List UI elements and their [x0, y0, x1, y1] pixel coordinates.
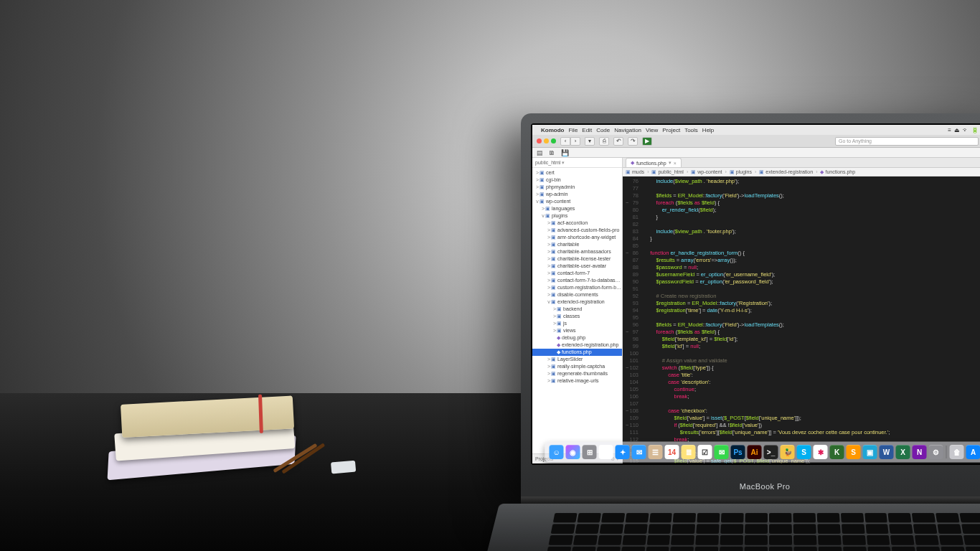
breadcrumb-wp-content[interactable]: ▣wp-content — [691, 169, 722, 175]
tree-node-cgi-bin[interactable]: >▣cgi-bin — [532, 176, 622, 184]
sidebar-root-selector[interactable]: public_html▾ — [532, 158, 622, 168]
code-area[interactable]: include($view_path . 'header.php'); $fie… — [643, 176, 980, 463]
dock-safari-icon[interactable]: ✦ — [616, 445, 630, 459]
go-to-anything-search[interactable]: Go to Anything — [835, 137, 979, 146]
laptop-brand-label: MacBook Pro — [521, 482, 980, 491]
tree-node-extended-registration-php[interactable]: ◆extended-registration.php — [532, 342, 622, 349]
tree-node-js[interactable]: >▣js — [532, 320, 622, 327]
nav-forward-button[interactable]: › — [570, 137, 580, 146]
window-traffic-lights[interactable] — [537, 138, 556, 143]
history-dropdown-button[interactable]: ▾ — [585, 137, 595, 146]
tree-node-cert[interactable]: >▣cert — [532, 169, 622, 176]
breadcrumb-muds[interactable]: ▣muds — [626, 169, 644, 175]
dock-illustrator-icon[interactable]: Ai — [748, 445, 762, 459]
fullscreen-window-icon[interactable] — [551, 138, 556, 143]
tree-node-charitable-license-tester[interactable]: >▣charitable-license-tester — [532, 255, 622, 263]
tab-functions-php[interactable]: ◆ functions.php ▾ × — [626, 158, 682, 167]
dock-chrome-icon[interactable]: ◐ — [599, 445, 613, 459]
tree-node-acf-accordion[interactable]: >▣acf-accordion — [532, 220, 622, 227]
tree-node-contact-form-7[interactable]: >▣contact-form-7 — [532, 270, 622, 277]
dock-messages-icon[interactable]: ✉ — [715, 445, 729, 459]
open-file-icon[interactable]: 🗎 — [549, 149, 555, 156]
tree-node-functions-php[interactable]: ◆functions.php — [532, 349, 622, 356]
breadcrumb-functions-php[interactable]: ◆functions.php — [820, 169, 855, 175]
chevron-down-icon[interactable]: ▾ — [669, 160, 672, 166]
dock-word-icon[interactable]: W — [880, 445, 894, 459]
tree-node-contact-form-7-to-database-extension[interactable]: >▣contact-form-7-to-database-extension — [532, 277, 622, 284]
tree-node-wp-content[interactable]: v▣wp-content — [532, 198, 622, 205]
tree-node-extended-registration[interactable]: v▣extended-registration — [532, 298, 622, 306]
tree-node-disable-comments[interactable]: >▣disable-comments — [532, 291, 622, 298]
dock-finder-icon[interactable]: ☺ — [550, 445, 564, 459]
breadcrumb[interactable]: ▣muds›▣public_html›▣wp-content›▣plugins›… — [623, 168, 980, 176]
macos-menubar[interactable]: Komodo FileEditCodeNavigationViewProject… — [532, 125, 980, 135]
dock-photoshop-icon[interactable]: Ps — [731, 445, 745, 459]
save-icon[interactable]: 💾 — [561, 149, 569, 156]
tree-node-classes[interactable]: >▣classes — [532, 313, 622, 320]
dock-terminal-icon[interactable]: >_ — [764, 445, 778, 459]
dock-slack-icon[interactable]: ✱ — [814, 445, 828, 459]
dock-komodo-icon[interactable]: K — [830, 445, 844, 459]
breadcrumb-plugins[interactable]: ▣plugins — [730, 169, 752, 175]
tree-node-debug-php[interactable]: ◆debug.php — [532, 334, 622, 342]
tree-node-charitable-ambassadors[interactable]: >▣charitable-ambassadors — [532, 248, 622, 255]
dock-reminders-icon[interactable]: ☑ — [698, 445, 712, 459]
dock-calendar-icon[interactable]: 14 — [665, 445, 679, 459]
breadcrumb-public-html[interactable]: ▣public_html — [651, 169, 683, 175]
dock-notes-icon[interactable]: ≣ — [682, 445, 696, 459]
tree-node-views[interactable]: >▣views — [532, 327, 622, 334]
menubar-item-file[interactable]: File — [568, 127, 578, 133]
menubar-item-tools[interactable]: Tools — [684, 127, 698, 133]
nav-back-button[interactable]: ‹ — [560, 137, 570, 146]
folder-icon: ▣ — [551, 220, 556, 225]
menubar-item-navigation[interactable]: Navigation — [614, 127, 641, 133]
dock-launchpad-icon[interactable]: ⊞ — [583, 445, 597, 459]
close-tab-icon[interactable]: × — [674, 161, 677, 166]
tree-node-relative-image-urls[interactable]: >▣relative-image-urls — [532, 377, 622, 385]
tree-node-really-simple-captcha[interactable]: >▣really-simple-captcha — [532, 363, 622, 370]
tree-node-regenerate-thumbnails[interactable]: >▣regenerate-thumbnails — [532, 370, 622, 377]
places-sidebar[interactable]: public_html▾ >▣cert>▣cgi-bin>▣phpmyadmin… — [532, 158, 623, 463]
menubar-item-code[interactable]: Code — [596, 127, 610, 133]
toolbar-save-button[interactable]: ⎙ — [599, 137, 609, 146]
tree-node-amr-shortcode-any-widget[interactable]: >▣amr-shortcode-any-widget — [532, 234, 622, 241]
new-file-icon[interactable]: ▤ — [537, 149, 543, 156]
menubar-app-name[interactable]: Komodo — [541, 127, 564, 133]
code-editor[interactable]: 7677787980818283848586878889909192939495… — [623, 176, 980, 463]
tree-node-plugins[interactable]: v▣plugins — [532, 212, 622, 220]
tree-node-custom-registration-form-builder-with-submissi[interactable]: >▣custom-registration-form-builder-with-… — [532, 284, 622, 291]
toolbar-run-button[interactable]: ▶ — [642, 137, 652, 146]
dock-appstore-icon[interactable]: A — [966, 445, 981, 459]
macos-dock[interactable]: ☺◉⊞◐✦✉☰14≣☑✉PsAi>_🦆S✱KS▣WXN⚙🗑A — [545, 442, 981, 462]
dock-trash-icon[interactable]: 🗑 — [950, 445, 964, 459]
tree-node-backend[interactable]: >▣backend — [532, 306, 622, 313]
toolbar-undo-button[interactable]: ↶ — [613, 137, 623, 146]
menubar-item-project[interactable]: Project — [662, 127, 680, 133]
dock-excel-icon[interactable]: X — [896, 445, 910, 459]
dock-onenote-icon[interactable]: N — [913, 445, 927, 459]
tree-node-charitable-user-avatar[interactable]: >▣charitable-user-avatar — [532, 263, 622, 270]
menubar-item-help[interactable]: Help — [702, 127, 714, 133]
dock-mail-icon[interactable]: ✉ — [632, 445, 646, 459]
menubar-item-edit[interactable]: Edit — [582, 127, 592, 133]
tree-node-phpmyadmin[interactable]: >▣phpmyadmin — [532, 184, 622, 191]
tree-node-languages[interactable]: >▣languages — [532, 205, 622, 212]
tree-node-wp-admin[interactable]: >▣wp-admin — [532, 191, 622, 198]
tree-node-advanced-custom-fields-pro[interactable]: >▣advanced-custom-fields-pro — [532, 227, 622, 234]
dock-cyberduck-icon[interactable]: 🦆 — [781, 445, 795, 459]
dock-preview-icon[interactable]: ▣ — [863, 445, 877, 459]
dock-systemprefs-icon[interactable]: ⚙ — [929, 445, 943, 459]
dock-skype-icon[interactable]: S — [797, 445, 811, 459]
minimize-window-icon[interactable] — [544, 138, 549, 143]
tree-node-layerslider[interactable]: >▣LayerSlider — [532, 356, 622, 363]
menubar-item-view[interactable]: View — [646, 127, 658, 133]
breadcrumb-extended-registration[interactable]: ▣extended-registration — [759, 169, 813, 175]
tree-node-charitable[interactable]: >▣charitable — [532, 241, 622, 248]
folder-icon: ▣ — [551, 299, 556, 304]
dock-sublime-icon[interactable]: S — [847, 445, 861, 459]
toolbar-redo-button[interactable]: ↷ — [628, 137, 638, 146]
menubar-status-icons[interactable]: ≡⏏ᯤ🔋14% — [945, 127, 980, 133]
dock-siri-icon[interactable]: ◉ — [566, 445, 580, 459]
close-window-icon[interactable] — [537, 138, 542, 143]
dock-contacts-icon[interactable]: ☰ — [649, 445, 663, 459]
